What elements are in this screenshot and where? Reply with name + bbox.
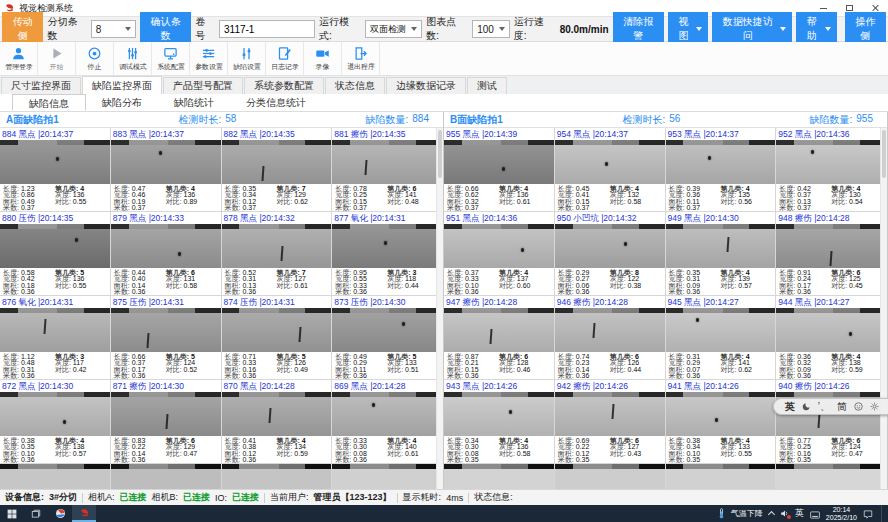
- defect-image[interactable]: [555, 140, 665, 184]
- defect-cell[interactable]: 952 黑点 |20:14:36 长度:0.42宽度:0.37面积:0.13米数…: [776, 128, 887, 212]
- defect-image[interactable]: [222, 140, 332, 184]
- moon-icon[interactable]: [802, 402, 811, 411]
- defect-cell[interactable]: 871 擦伤 |20:14:30 长度:0.83宽度:0.22面积:0.14米数…: [111, 380, 222, 464]
- defect-image[interactable]: [332, 308, 442, 352]
- run-mode-dropdown[interactable]: 双面检测: [365, 20, 422, 38]
- defect-image[interactable]: [555, 308, 665, 352]
- taskbar-app-browser[interactable]: [48, 505, 72, 522]
- defect-cell[interactable]: 951 黑点 |20:14:36 长度:0.37宽度:0.33面积:0.10米数…: [444, 212, 555, 296]
- defect-cell-partial[interactable]: [222, 464, 333, 489]
- defect-cell[interactable]: 946 擦伤 |20:14:28 长度:0.74宽度:0.23面积:0.14米数…: [555, 296, 666, 380]
- toolbar-button-exit[interactable]: 退出程序: [342, 42, 380, 75]
- defect-image[interactable]: [0, 392, 110, 436]
- defect-cell[interactable]: 948 擦伤 |20:14:28 长度:0.91宽度:0.24面积:0.17米数…: [776, 212, 887, 296]
- ime-lang-toggle[interactable]: 英: [785, 400, 795, 414]
- sub-tab[interactable]: 缺陷信息: [12, 94, 86, 111]
- show-desktop-button[interactable]: [881, 505, 884, 522]
- defect-image[interactable]: [332, 140, 442, 184]
- defect-cell[interactable]: 945 黑点 |20:14:27 长度:0.31宽度:0.29面积:0.07米数…: [666, 296, 777, 380]
- main-tab[interactable]: 状态信息: [325, 77, 385, 94]
- defect-cell[interactable]: 940 擦伤 |20:14:26 长度:0.77宽度:0.25面积:0.16米数…: [776, 380, 887, 464]
- defect-image[interactable]: [444, 140, 554, 184]
- tray-expand-icon[interactable]: [768, 511, 775, 518]
- defect-cell[interactable]: 941 黑点 |20:14:26 长度:0.38宽度:0.34面积:0.10米数…: [666, 380, 777, 464]
- defect-cell[interactable]: 874 压伤 |20:14:31 长度:0.71宽度:0.33面积:0.16米数…: [222, 296, 333, 380]
- main-tab[interactable]: 缺陷监控界面: [82, 76, 162, 94]
- defect-image[interactable]: [555, 224, 665, 268]
- main-tab[interactable]: 系统参数配置: [244, 77, 324, 94]
- defect-image[interactable]: [776, 308, 886, 352]
- defect-cell[interactable]: 875 压伤 |20:14:31 长度:0.66宽度:0.37面积:0.17米数…: [111, 296, 222, 380]
- defect-image[interactable]: [776, 224, 886, 268]
- toolbar-button-play[interactable]: 开始: [38, 42, 76, 75]
- defect-cell[interactable]: 953 黑点 |20:14:37 长度:0.39宽度:0.36面积:0.11米数…: [666, 128, 777, 212]
- weather-text[interactable]: 气温下降: [731, 508, 763, 519]
- task-view-button[interactable]: [24, 505, 48, 522]
- emoji-icon[interactable]: [854, 402, 863, 411]
- defect-cell[interactable]: 876 氧化 |20:14:31 长度:1.12宽度:0.48面积:0.31米数…: [0, 296, 111, 380]
- defect-image[interactable]: [222, 392, 332, 436]
- defect-cell[interactable]: 872 黑点 |20:14:30 长度:0.38宽度:0.35面积:0.10米数…: [0, 380, 111, 464]
- defect-image[interactable]: [555, 392, 665, 436]
- main-tab[interactable]: 边缘数据记录: [386, 77, 466, 94]
- defect-cell[interactable]: 943 黑点 |20:14:26 长度:0.34宽度:0.30面积:0.08米数…: [444, 380, 555, 464]
- clear-alarm-button[interactable]: 清除报警: [613, 12, 664, 46]
- action-center-icon[interactable]: [863, 505, 873, 522]
- defect-cell-partial[interactable]: [776, 464, 887, 489]
- defect-cell[interactable]: 882 黑点 |20:14:35 长度:0.35宽度:0.34面积:0.12米数…: [222, 128, 333, 212]
- start-button[interactable]: [0, 505, 24, 522]
- defect-cell[interactable]: 879 黑点 |20:14:33 长度:0.44宽度:0.40面积:0.14米数…: [111, 212, 222, 296]
- quick-access-menu-button[interactable]: 数据快捷访问: [712, 12, 792, 46]
- defect-image[interactable]: [0, 224, 110, 268]
- defect-cell[interactable]: 869 黑点 |20:14:28 长度:0.33宽度:0.30面积:0.08米数…: [332, 380, 443, 464]
- strip-count-dropdown[interactable]: 8: [91, 20, 136, 38]
- defect-image[interactable]: [0, 308, 110, 352]
- defect-image[interactable]: [776, 140, 886, 184]
- taskbar-app-inspection[interactable]: [72, 505, 96, 522]
- defect-image[interactable]: [666, 392, 776, 436]
- defect-image[interactable]: [444, 308, 554, 352]
- defect-cell[interactable]: 949 黑点 |20:14:30 长度:0.35宽度:0.31面积:0.09米数…: [666, 212, 777, 296]
- defect-cell[interactable]: 873 压伤 |20:14:30 长度:0.49宽度:0.29面积:0.11米数…: [332, 296, 443, 380]
- gear-icon[interactable]: [870, 402, 879, 411]
- main-tab[interactable]: 尺寸监控界面: [1, 77, 81, 94]
- volume-button[interactable]: [780, 509, 789, 518]
- sub-tab[interactable]: 缺陷分布: [86, 95, 158, 111]
- chart-points-dropdown[interactable]: 100: [472, 20, 510, 38]
- defect-cell-partial[interactable]: [555, 464, 666, 489]
- defect-cell[interactable]: 878 黑点 |20:14:32 长度:0.52宽度:0.31面积:0.13米数…: [222, 212, 333, 296]
- scrollbar-thumb[interactable]: [882, 130, 886, 178]
- scrollbar-thumb[interactable]: [438, 130, 442, 178]
- defect-cell[interactable]: 944 黑点 |20:14:27 长度:0.36宽度:0.32面积:0.09米数…: [776, 296, 887, 380]
- defect-cell[interactable]: 884 黑点 |20:14:37 长度:1.23宽度:0.86面积:0.49米数…: [0, 128, 111, 212]
- defect-image[interactable]: [666, 140, 776, 184]
- drive-side-button[interactable]: 传动侧: [2, 12, 43, 46]
- defect-cell-partial[interactable]: [0, 464, 111, 489]
- defect-image[interactable]: [111, 224, 221, 268]
- ime-indicator[interactable]: 英: [795, 507, 804, 520]
- defect-image[interactable]: [222, 308, 332, 352]
- defect-image[interactable]: [0, 140, 110, 184]
- toolbar-button-stop[interactable]: 停止: [76, 42, 114, 75]
- toolbar-button-sliders-h[interactable]: 参数设置: [190, 42, 228, 75]
- defect-cell[interactable]: 883 黑点 |20:14:37 长度:0.47宽度:0.46面积:0.19米数…: [111, 128, 222, 212]
- main-tab[interactable]: 测试: [467, 77, 507, 94]
- defect-cell-partial[interactable]: [332, 464, 443, 489]
- defect-image[interactable]: [444, 392, 554, 436]
- toolbar-button-journal[interactable]: 日志记录: [266, 42, 304, 75]
- defect-cell-partial[interactable]: [444, 464, 555, 489]
- toolbar-button-sliders-v2[interactable]: 缺陷设置: [228, 42, 266, 75]
- defect-cell[interactable]: 950 小凹坑 |20:14:32 长度:0.29宽度:0.27面积:0.06米…: [555, 212, 666, 296]
- view-menu-button[interactable]: 视图: [668, 12, 708, 46]
- toolbar-button-camera[interactable]: 录像: [304, 42, 342, 75]
- defect-cell-partial[interactable]: [111, 464, 222, 489]
- roll-number-input[interactable]: [219, 20, 315, 38]
- defect-image[interactable]: [666, 308, 776, 352]
- defect-cell[interactable]: 942 擦伤 |20:14:26 长度:0.69宽度:0.22面积:0.12米数…: [555, 380, 666, 464]
- defect-image[interactable]: [444, 224, 554, 268]
- defect-cell-partial[interactable]: [666, 464, 777, 489]
- defect-image[interactable]: [111, 140, 221, 184]
- operator-side-button[interactable]: 操作侧: [845, 12, 886, 46]
- defect-cell[interactable]: 877 氧化 |20:14:31 长度:0.95宽度:0.55面积:0.33米数…: [332, 212, 443, 296]
- defect-cell[interactable]: 954 黑点 |20:14:37 长度:0.45宽度:0.41面积:0.15米数…: [555, 128, 666, 212]
